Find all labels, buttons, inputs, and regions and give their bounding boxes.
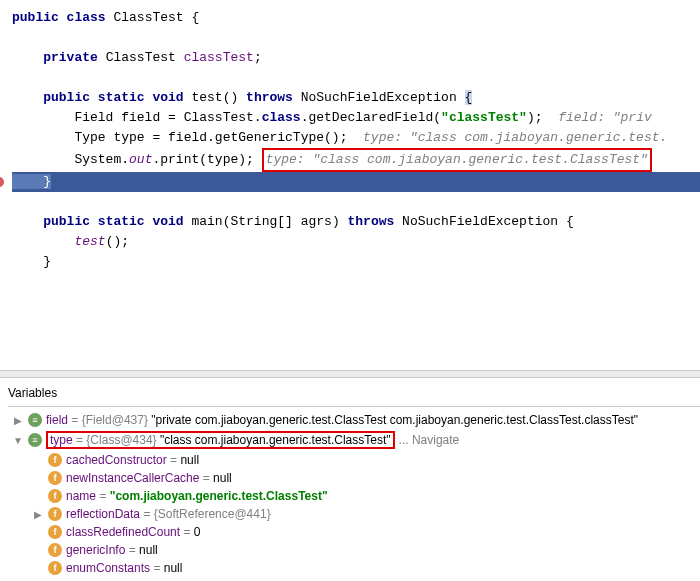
- variables-panel: Variables ▶ ≡ field = {Field@437} "priva…: [0, 378, 700, 577]
- var-row-child[interactable]: fclassRedefinedCount = 0: [8, 523, 700, 541]
- code-line-6: Field field = ClassTest.class.getDeclare…: [12, 108, 700, 128]
- field-icon: f: [48, 507, 62, 521]
- stack-icon: ≡: [28, 413, 42, 427]
- field-icon: f: [48, 561, 62, 575]
- var-row-child[interactable]: ▶freflectionData = {SoftReference@441}: [8, 505, 700, 523]
- code-line-3: private ClassTest classTest;: [12, 48, 700, 68]
- var-row-field[interactable]: ▶ ≡ field = {Field@437} "private com.jia…: [8, 411, 700, 429]
- code-line-12: test();: [12, 232, 700, 252]
- field-icon: f: [48, 543, 62, 557]
- field-icon: f: [48, 453, 62, 467]
- code-line-7: Type type = field.getGenericType(); type…: [12, 128, 700, 148]
- code-line-blank: [12, 192, 700, 212]
- code-editor[interactable]: public class ClassTest { private ClassTe…: [0, 0, 700, 370]
- field-icon: f: [48, 525, 62, 539]
- var-row-child[interactable]: fnewInstanceCallerCache = null: [8, 469, 700, 487]
- field-icon: f: [48, 489, 62, 503]
- highlight-box-var: type = {Class@434} "class com.jiaboyan.g…: [46, 431, 395, 449]
- chevron-right-icon[interactable]: ▶: [32, 509, 44, 520]
- code-line-9: }: [12, 172, 700, 192]
- var-row-child[interactable]: fname = "com.jiaboyan.generic.test.Class…: [8, 487, 700, 505]
- code-line-blank: [12, 28, 700, 48]
- code-line-1: public class ClassTest {: [12, 8, 700, 28]
- var-row-child[interactable]: fenumConstants = null: [8, 559, 700, 577]
- breakpoint-icon[interactable]: [0, 177, 4, 187]
- var-row-type[interactable]: ▼ ≡ type = {Class@434} "class com.jiaboy…: [8, 429, 700, 451]
- breakpoint-line[interactable]: }: [12, 172, 700, 192]
- variables-title: Variables: [8, 382, 700, 404]
- code-line-blank: [12, 68, 700, 88]
- code-line-8: System.out.print(type); type: "class com…: [12, 148, 700, 172]
- panel-divider[interactable]: [0, 370, 700, 378]
- field-icon: f: [48, 471, 62, 485]
- var-row-child[interactable]: fgenericInfo = null: [8, 541, 700, 559]
- chevron-down-icon[interactable]: ▼: [12, 435, 24, 446]
- chevron-right-icon[interactable]: ▶: [12, 415, 24, 426]
- highlight-box-code: type: "class com.jiaboyan.generic.test.C…: [262, 148, 652, 172]
- code-line-11: public static void main(String[] agrs) t…: [12, 212, 700, 232]
- var-row-child[interactable]: fcachedConstructor = null: [8, 451, 700, 469]
- code-line-5: public static void test() throws NoSuchF…: [12, 88, 700, 108]
- code-line-13: }: [12, 252, 700, 272]
- stack-icon: ≡: [28, 433, 42, 447]
